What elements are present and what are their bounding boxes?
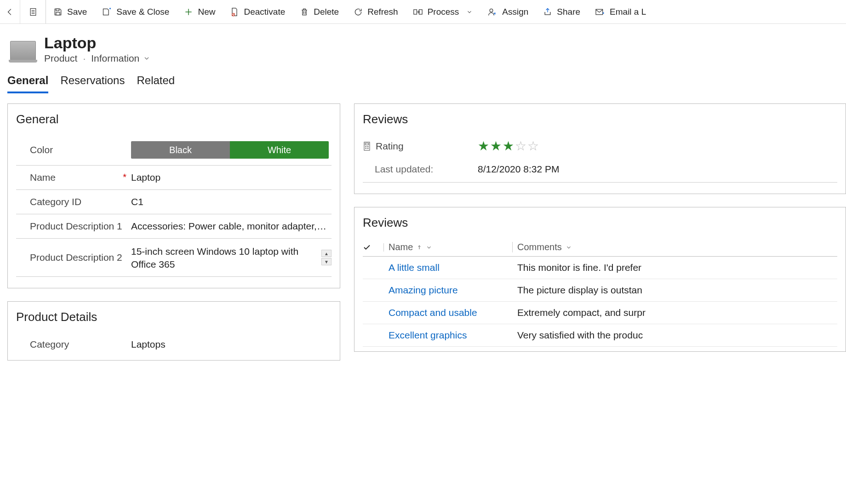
label-color: Color [16, 144, 131, 155]
save-label: Save [67, 7, 87, 17]
desc2-field[interactable]: 15-inch screen Windows 10 laptop with Of… [131, 245, 321, 270]
sort-asc-icon [417, 244, 422, 251]
section-reviews-grid: Reviews Name Comments A little small [354, 207, 846, 352]
section-title-reviews-grid: Reviews [363, 216, 837, 230]
save-close-icon [102, 7, 112, 17]
refresh-icon [354, 7, 363, 17]
review-link[interactable]: A little small [384, 262, 513, 273]
svg-rect-17 [365, 143, 369, 145]
color-option-black[interactable]: Black [131, 141, 230, 159]
star-icon: ★ [490, 138, 502, 154]
color-optionset[interactable]: Black White [131, 141, 329, 159]
share-label: Share [557, 7, 580, 17]
svg-rect-15 [596, 9, 603, 14]
scroll-up-button[interactable]: ▲ [321, 250, 332, 257]
assign-label: Assign [502, 7, 528, 17]
mail-icon [595, 8, 605, 16]
label-name: Name * [16, 172, 131, 183]
tab-related[interactable]: Related [137, 74, 175, 93]
process-button[interactable]: Process [406, 0, 480, 23]
svg-point-20 [366, 148, 366, 149]
category-id-field[interactable]: C1 [131, 196, 332, 207]
section-product-details: Product Details Category Laptops [7, 301, 340, 361]
label-last-updated: Last updated: [363, 164, 478, 175]
share-icon [543, 7, 552, 17]
review-link[interactable]: Compact and usable [384, 307, 513, 318]
new-button[interactable]: New [177, 0, 223, 23]
label-category-id: Category ID [16, 196, 131, 207]
svg-point-14 [490, 9, 493, 12]
label-desc1: Product Description 1 [16, 221, 131, 232]
deactivate-button[interactable]: Deactivate [223, 0, 292, 23]
review-link[interactable]: Excellent graphics [384, 330, 513, 341]
email-link-button[interactable]: Email a L [588, 0, 653, 23]
section-title-general: General [16, 112, 332, 126]
page-title: Laptop [44, 34, 150, 52]
star-icon: ☆ [527, 138, 539, 154]
save-button[interactable]: Save [46, 0, 94, 23]
share-button[interactable]: Share [536, 0, 588, 23]
refresh-button[interactable]: Refresh [346, 0, 406, 23]
assign-button[interactable]: Assign [480, 0, 536, 23]
desc1-field[interactable]: Accessories: Power cable, monitor adapte… [131, 221, 332, 232]
record-header: Laptop Product · Information [0, 24, 846, 68]
section-title-product-details: Product Details [16, 310, 332, 324]
review-comment: Extremely compact, and surpr [513, 307, 837, 318]
entity-name: Product [44, 53, 77, 64]
svg-rect-12 [414, 10, 417, 14]
table-row[interactable]: Compact and usable Extremely compact, an… [363, 302, 837, 324]
textarea-scroll: ▲ ▼ [321, 250, 332, 265]
column-header-comments[interactable]: Comments [513, 242, 837, 252]
review-comment: This monitor is fine. I'd prefer [513, 262, 837, 273]
review-comment: The picture display is outstan [513, 285, 837, 296]
label-category: Category [16, 339, 131, 350]
select-all-checkbox[interactable] [363, 243, 384, 252]
save-close-button[interactable]: Save & Close [94, 0, 177, 23]
email-label: Email a L [610, 7, 646, 17]
star-icon: ☆ [515, 138, 526, 154]
table-row[interactable]: Amazing picture The picture display is o… [363, 279, 837, 302]
column-header-name[interactable]: Name [384, 242, 513, 252]
chevron-down-icon [426, 244, 432, 251]
label-desc2: Product Description 2 [16, 252, 131, 263]
review-comment: Very satisfied with the produc [513, 330, 837, 341]
separator-dot: · [83, 53, 86, 64]
plus-icon [184, 7, 193, 17]
save-icon [53, 7, 63, 17]
delete-label: Delete [314, 7, 339, 17]
record-set-button[interactable] [20, 0, 46, 23]
svg-point-19 [368, 146, 369, 147]
table-row[interactable]: A little small This monitor is fine. I'd… [363, 257, 837, 279]
back-button[interactable] [0, 0, 20, 23]
assign-icon [487, 7, 497, 17]
delete-button[interactable]: Delete [292, 0, 346, 23]
chevron-down-icon [143, 55, 150, 62]
color-option-white[interactable]: White [230, 141, 329, 159]
label-rating: Rating [363, 141, 478, 152]
svg-rect-4 [56, 9, 59, 11]
refresh-label: Refresh [367, 7, 398, 17]
svg-point-18 [366, 146, 366, 147]
tab-reservations[interactable]: Reservations [60, 74, 125, 93]
section-title-reviews-summary: Reviews [363, 112, 837, 126]
section-reviews-summary: Reviews Rating ★ ★ ★ ☆ ☆ Last updated: 8… [354, 103, 846, 194]
grid-header: Name Comments [363, 238, 837, 257]
required-indicator: * [123, 172, 126, 183]
name-field[interactable]: Laptop [131, 172, 332, 183]
category-field[interactable]: Laptops [131, 339, 332, 350]
chevron-down-icon [566, 244, 572, 251]
review-link[interactable]: Amazing picture [384, 285, 513, 296]
table-row[interactable]: Excellent graphics Very satisfied with t… [363, 324, 837, 347]
calculator-icon [363, 141, 371, 151]
delete-icon [300, 7, 309, 17]
form-name: Information [91, 53, 139, 64]
process-label: Process [428, 7, 459, 17]
deactivate-icon [230, 7, 239, 17]
deactivate-label: Deactivate [244, 7, 285, 17]
record-image[interactable] [10, 41, 36, 60]
rating-stars[interactable]: ★ ★ ★ ☆ ☆ [478, 138, 539, 154]
process-icon [413, 7, 423, 17]
tab-general[interactable]: General [7, 74, 48, 93]
form-selector[interactable]: Information [91, 53, 150, 64]
scroll-down-button[interactable]: ▼ [321, 258, 332, 265]
